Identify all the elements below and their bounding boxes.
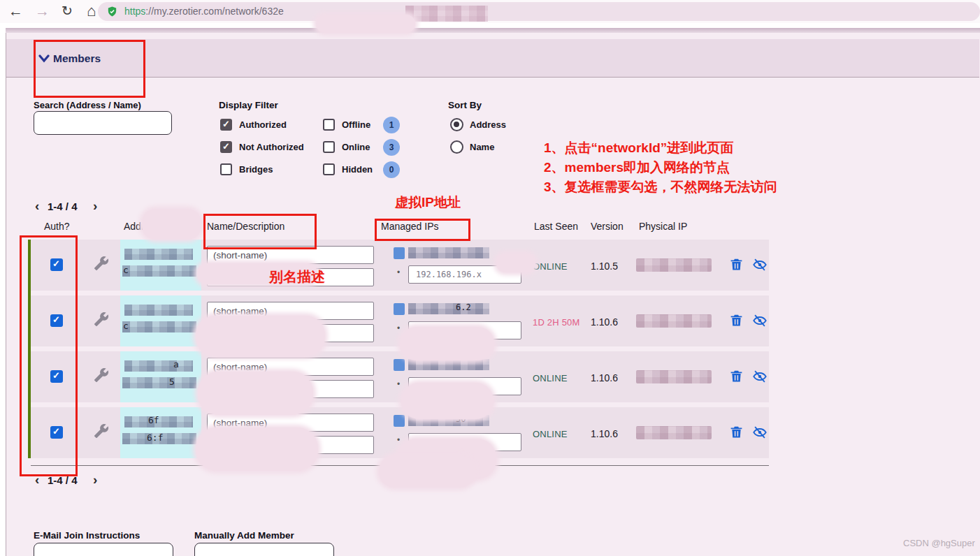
redaction-url — [405, 6, 488, 22]
next-page-icon[interactable]: › — [93, 474, 97, 486]
member-address-cell[interactable]: c — [120, 295, 201, 346]
redaction-physical-ip — [636, 370, 712, 383]
trash-icon[interactable] — [729, 425, 744, 440]
annotation-managed-ip: 虚拟IP地址 — [395, 193, 461, 212]
member-row-3: a 5 • ONLINE 1.10.6 — [31, 351, 769, 402]
sort-label-address: Address — [470, 119, 506, 130]
online-count-badge: 3 — [383, 139, 400, 156]
zerotier-network-page: ← → ↻ ⌂ https://my.zerotier.com/network/… — [0, 0, 980, 556]
redaction-address-line2 — [122, 265, 196, 277]
page-range: 1-4 / 4 — [48, 200, 78, 212]
annotation-box-members — [34, 40, 145, 98]
managed-ip-delete-button[interactable] — [394, 415, 405, 427]
manually-add-input[interactable] — [194, 543, 334, 556]
redaction-managed-ip — [408, 359, 489, 370]
col-header-last-seen: Last Seen — [534, 221, 578, 232]
filter-label-online: Online — [342, 142, 370, 152]
member-address-cell[interactable]: a 5 — [120, 351, 201, 402]
secure-shield-icon — [106, 6, 118, 17]
blur-redaction-address-header — [142, 209, 201, 240]
annotation-box-auth-column — [20, 235, 78, 476]
last-seen-status: ONLINE — [533, 261, 568, 272]
member-row-1: c • ONLINE 1.10.5 — [31, 240, 769, 291]
filter-checkbox-authorized[interactable] — [220, 119, 232, 131]
members-section-header[interactable] — [6, 39, 979, 78]
home-icon[interactable]: ⌂ — [87, 1, 96, 21]
url-path: ://my.zerotier.com/network/632e — [145, 6, 283, 17]
blur-redaction — [196, 427, 318, 471]
email-join-input[interactable] — [34, 543, 173, 556]
blur-redaction — [401, 383, 493, 419]
annotation-box-managed-ips — [375, 219, 470, 241]
redaction-address-line2 — [122, 321, 196, 332]
annotation-note-2: 2、members即加入网络的节点 — [544, 159, 730, 177]
ip-bullet: • — [397, 379, 400, 389]
last-seen-status: 1D 2H 50M — [533, 317, 580, 328]
next-page-icon[interactable]: › — [93, 200, 97, 212]
managed-ip-delete-button[interactable] — [394, 303, 405, 315]
wrench-settings-icon[interactable] — [94, 256, 109, 271]
redaction-physical-ip — [636, 314, 712, 328]
filter-checkbox-bridges[interactable] — [220, 163, 232, 175]
member-address-cell[interactable]: c — [120, 240, 201, 291]
blur-redaction — [379, 455, 475, 488]
filter-checkbox-online[interactable] — [323, 141, 335, 153]
trash-icon[interactable] — [729, 369, 744, 384]
version-value: 1.10.6 — [591, 428, 618, 439]
last-seen-status: ONLINE — [533, 429, 568, 439]
annotation-note-1: 1、点击“networkId”进到此页面 — [544, 139, 733, 157]
hide-member-icon[interactable] — [751, 257, 767, 272]
filter-checkbox-offline[interactable] — [323, 119, 335, 131]
filter-checkbox-not-authorized[interactable] — [220, 141, 232, 153]
forward-icon[interactable]: → — [35, 1, 50, 21]
ip-bullet: • — [397, 435, 400, 445]
filter-label-bridges: Bridges — [239, 164, 273, 175]
hidden-count-badge: 0 — [383, 161, 400, 178]
wrench-settings-icon[interactable] — [94, 367, 109, 383]
redaction-physical-ip — [636, 258, 712, 272]
annotation-note-3: 3、复选框需要勾选，不然网络无法访问 — [544, 178, 777, 196]
version-value: 1.10.5 — [591, 261, 618, 272]
search-input[interactable] — [34, 111, 172, 135]
wrench-settings-icon[interactable] — [94, 312, 109, 327]
redaction-managed-ip — [408, 247, 489, 258]
address-fragment: 6:f — [147, 432, 163, 443]
chrome-content-gap — [0, 23, 980, 28]
blur-redaction — [496, 254, 535, 272]
version-value: 1.10.6 — [591, 372, 618, 383]
blur-redaction — [400, 327, 494, 360]
hide-member-icon[interactable] — [751, 425, 767, 440]
url-text: https://my.zerotier.com/network/632e — [124, 6, 284, 17]
watermark: CSDN @hgSuper — [903, 538, 975, 548]
reload-icon[interactable]: ↻ — [62, 1, 73, 21]
sort-radio-address[interactable] — [450, 118, 463, 131]
address-fragment: a — [173, 359, 179, 370]
offline-count-badge: 1 — [383, 117, 400, 133]
hide-member-icon[interactable] — [751, 313, 767, 328]
filter-checkbox-hidden[interactable] — [323, 163, 335, 175]
sort-radio-name[interactable] — [450, 140, 463, 154]
last-seen-status: ONLINE — [533, 373, 568, 383]
address-bar[interactable]: https://my.zerotier.com/network/632e — [98, 2, 980, 21]
back-icon[interactable]: ← — [8, 1, 23, 21]
address-fragment: 5 — [169, 376, 175, 387]
blur-redaction — [196, 316, 325, 356]
annotation-alias: 别名描述 — [269, 268, 325, 286]
trash-icon[interactable] — [729, 313, 744, 328]
manually-add-label: Manually Add Member — [194, 530, 294, 541]
col-header-auth: Auth? — [44, 221, 70, 232]
prev-page-icon[interactable]: ‹ — [35, 200, 39, 212]
blur-redaction — [198, 372, 313, 415]
address-fragment: c — [123, 265, 129, 275]
redaction-address-line1 — [124, 305, 193, 316]
member-address-cell[interactable]: 6f 6:f — [120, 407, 201, 458]
col-header-version: Version — [591, 221, 624, 232]
hide-member-icon[interactable] — [751, 369, 767, 384]
sort-label-name: Name — [470, 142, 494, 152]
managed-ip-delete-button[interactable] — [394, 359, 405, 371]
managed-ip-delete-button[interactable] — [394, 247, 405, 259]
redaction-address-line1 — [124, 249, 193, 260]
wrench-settings-icon[interactable] — [94, 423, 109, 439]
email-join-label: E-Mail Join Instructions — [34, 530, 140, 541]
trash-icon[interactable] — [729, 257, 744, 272]
